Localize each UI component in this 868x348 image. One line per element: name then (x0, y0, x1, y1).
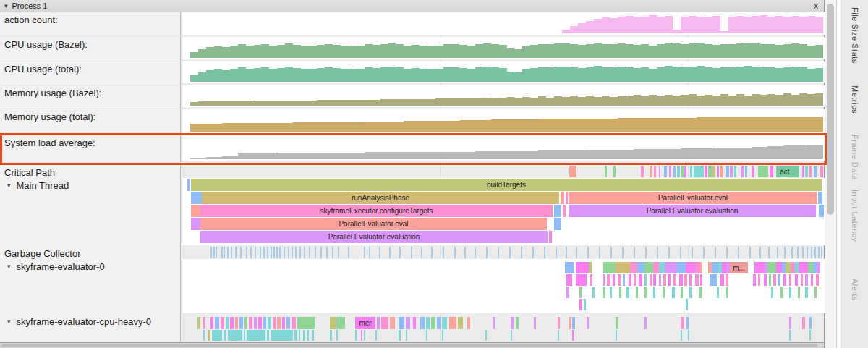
trace-span[interactable]: Parallel Evaluator evaluation (569, 205, 816, 217)
trace-span[interactable] (273, 317, 276, 329)
counter-track-cpu-bazel[interactable] (182, 37, 825, 59)
trace-span[interactable] (786, 262, 791, 273)
trace-span[interactable] (516, 317, 519, 329)
trace-span[interactable] (277, 317, 281, 329)
trace-span[interactable] (665, 262, 677, 273)
gc-event-tick[interactable] (250, 247, 252, 258)
gc-event-tick[interactable] (464, 247, 466, 258)
trace-span[interactable] (741, 166, 744, 177)
trace-span[interactable] (644, 274, 647, 286)
trace-span[interactable] (449, 317, 456, 329)
trace-span[interactable] (493, 317, 495, 329)
trace-span[interactable] (720, 274, 724, 286)
trace-span[interactable] (672, 287, 675, 298)
trace-span[interactable] (717, 166, 719, 177)
counter-track-action-count[interactable] (182, 12, 825, 35)
trace-span[interactable] (191, 218, 200, 230)
trace-span[interactable] (254, 317, 257, 329)
gc-event-tick[interactable] (309, 247, 310, 258)
trace-span[interactable] (297, 317, 315, 329)
trace-span[interactable] (607, 274, 610, 286)
gc-event-tick[interactable] (431, 247, 433, 258)
trace-span[interactable] (752, 166, 754, 177)
trace-span[interactable] (663, 274, 666, 286)
trace-span[interactable] (758, 274, 760, 286)
trace-span[interactable] (565, 262, 574, 273)
gc-event-tick[interactable] (576, 247, 577, 258)
trace-span[interactable] (247, 330, 265, 341)
trace-span[interactable] (758, 166, 768, 177)
trace-span[interactable] (584, 299, 586, 310)
trace-span[interactable] (776, 262, 782, 273)
trace-span[interactable] (426, 317, 430, 329)
trace-span[interactable] (819, 205, 824, 217)
trace-span[interactable] (431, 317, 435, 329)
trace-span[interactable] (364, 330, 365, 341)
trace-span[interactable] (442, 330, 443, 341)
trace-span[interactable] (191, 192, 202, 204)
gc-event-tick[interactable] (246, 247, 247, 258)
trace-span[interactable] (663, 287, 665, 298)
counter-track-mem-bazel[interactable] (182, 85, 825, 107)
trace-span[interactable] (669, 166, 671, 177)
gc-event-tick[interactable] (587, 247, 589, 258)
gc-event-tick[interactable] (231, 247, 232, 258)
trace-span[interactable] (613, 166, 616, 177)
gc-event-tick[interactable] (255, 247, 256, 258)
gc-event-tick[interactable] (284, 247, 285, 258)
trace-span[interactable] (197, 317, 200, 329)
collapse-arrow-icon[interactable]: ▾ (7, 263, 11, 270)
gc-event-tick[interactable] (235, 247, 237, 258)
gc-event-tick[interactable] (509, 247, 511, 258)
trace-span[interactable] (221, 317, 224, 329)
trace-span[interactable] (720, 166, 723, 177)
trace-span[interactable] (330, 317, 336, 329)
trace-span[interactable] (639, 274, 642, 286)
trace-span[interactable] (610, 287, 612, 298)
trace-span[interactable] (589, 262, 592, 273)
trace-span[interactable] (226, 317, 229, 329)
trace-span[interactable] (753, 274, 756, 286)
trace-span[interactable] (700, 262, 702, 273)
gc-event-tick[interactable] (544, 247, 545, 258)
gc-event-tick[interactable] (703, 247, 705, 258)
trace-span[interactable] (549, 231, 552, 243)
trace-span[interactable] (767, 262, 776, 273)
trace-span[interactable] (399, 330, 401, 341)
trace-span[interactable] (554, 205, 561, 217)
trace-span[interactable]: buildTargets (191, 179, 822, 191)
trace-span[interactable] (684, 166, 686, 177)
trace-span[interactable] (569, 317, 571, 329)
gc-event-tick[interactable] (304, 247, 305, 258)
trace-span[interactable] (814, 166, 817, 177)
trace-span[interactable]: Parallel Evaluator evaluation (200, 231, 548, 243)
trace-span[interactable] (780, 287, 783, 298)
trace-span[interactable] (554, 218, 561, 230)
trace-span[interactable] (644, 317, 647, 329)
trace-span[interactable] (681, 287, 683, 298)
close-icon[interactable]: x (812, 1, 820, 11)
trace-span[interactable] (230, 317, 234, 329)
trace-span[interactable] (689, 287, 692, 298)
gc-event-tick[interactable] (454, 247, 456, 258)
trace-span[interactable] (355, 330, 357, 341)
trace-span[interactable] (630, 262, 637, 273)
gc-event-tick[interactable] (768, 247, 770, 258)
gc-event-tick[interactable] (821, 247, 822, 258)
gc-event-tick[interactable] (498, 247, 499, 258)
gc-event-tick[interactable] (715, 247, 716, 258)
gc-event-tick[interactable] (657, 247, 658, 258)
trace-span[interactable] (616, 330, 617, 341)
gc-event-tick[interactable] (811, 247, 812, 258)
trace-span[interactable] (798, 287, 800, 298)
trace-span[interactable] (511, 330, 512, 341)
trace-span[interactable] (618, 274, 621, 286)
trace-span[interactable] (817, 262, 820, 273)
trace-span[interactable] (705, 166, 707, 177)
trace-span[interactable] (681, 317, 684, 329)
trace-span[interactable] (336, 330, 338, 341)
trace-span[interactable] (726, 287, 728, 298)
trace-span[interactable] (730, 166, 733, 177)
trace-span[interactable] (603, 274, 605, 286)
trace-span[interactable] (802, 166, 804, 177)
